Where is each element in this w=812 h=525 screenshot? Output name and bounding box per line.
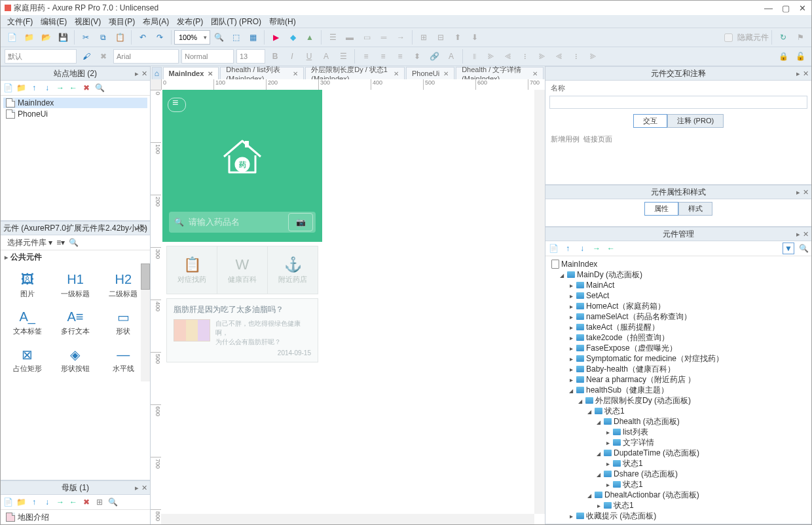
tree-toggle-icon[interactable] bbox=[568, 513, 574, 520]
panel-collapse-icon[interactable]: ▸ bbox=[796, 188, 800, 197]
widget-cell[interactable]: H1一级标题 bbox=[51, 266, 99, 303]
search-sitemap-icon[interactable]: 🔍 bbox=[95, 83, 104, 92]
tab-close-icon[interactable]: ✕ bbox=[394, 70, 399, 77]
outline-item[interactable]: 状态1 bbox=[549, 406, 807, 416]
outline-item[interactable]: nameSelAct（药品名称查询） bbox=[549, 311, 807, 322]
tree-toggle-icon[interactable] bbox=[586, 408, 593, 415]
master-right-icon[interactable]: → bbox=[56, 497, 65, 507]
panel-collapse-icon[interactable]: ▸ bbox=[135, 484, 139, 492]
outline-item[interactable]: list列表 bbox=[549, 427, 807, 437]
preview-icon[interactable]: ▶ bbox=[268, 30, 283, 45]
canvas-scrollbar-vertical[interactable] bbox=[534, 90, 545, 514]
panel-collapse-icon[interactable]: ▸ bbox=[135, 224, 139, 233]
interactions-body[interactable]: 新增用例 链接页面 bbox=[545, 130, 811, 184]
outline-item[interactable]: MainAct bbox=[549, 280, 807, 290]
mgr-filter-icon[interactable]: ▼ bbox=[783, 243, 794, 254]
tree-toggle-icon[interactable] bbox=[568, 366, 574, 373]
tab-close-icon[interactable]: ✕ bbox=[532, 70, 538, 77]
publish-icon[interactable]: ▲ bbox=[303, 30, 317, 45]
outline-item[interactable]: takeAct（服药提醒） bbox=[549, 322, 807, 332]
tree-toggle-icon[interactable] bbox=[595, 450, 602, 457]
minimize-button[interactable]: — bbox=[764, 3, 773, 13]
panel-close-icon[interactable]: ✕ bbox=[141, 69, 147, 78]
menu-item[interactable]: 帮助(H) bbox=[265, 15, 300, 29]
tree-toggle-icon[interactable] bbox=[595, 502, 602, 509]
phone-article-card[interactable]: 脂肪肝是因为吃了太多油脂吗？ 自己不胖，也吃得很绿色健康啊， 为什么会有脂肪肝呢… bbox=[166, 298, 318, 362]
widget-cell[interactable]: ⊠占位矩形 bbox=[3, 341, 51, 378]
undo-icon[interactable]: ↶ bbox=[136, 30, 150, 45]
tabstrip-home-icon[interactable]: ⌂ bbox=[152, 67, 162, 79]
tab-close-icon[interactable]: ✕ bbox=[208, 70, 213, 77]
maximize-button[interactable]: ▢ bbox=[782, 3, 790, 13]
outline-item[interactable]: 状态1 bbox=[549, 458, 807, 469]
phone-nav-slot[interactable]: W健康百科 bbox=[217, 246, 268, 294]
redo-icon[interactable]: ↷ bbox=[153, 30, 167, 45]
outline-root[interactable]: MainIndex bbox=[549, 259, 807, 269]
outline-item[interactable]: 外层限制长度Dy (动态面板) bbox=[549, 395, 807, 406]
master-usage-icon[interactable]: ⊞ bbox=[95, 497, 104, 507]
outline-item[interactable]: HomeAct（家庭药箱） bbox=[549, 301, 807, 311]
intersect-mode-icon[interactable]: ▦ bbox=[246, 30, 260, 45]
mgr-down-icon[interactable]: ↓ bbox=[577, 243, 587, 254]
masters-tree[interactable]: 地图介绍 bbox=[1, 510, 150, 524]
outline-item[interactable]: Near a pharmacy（附近药店 ） bbox=[549, 374, 807, 385]
master-left-icon[interactable]: ← bbox=[69, 497, 78, 507]
share-icon[interactable]: ◆ bbox=[286, 30, 300, 45]
tree-toggle-icon[interactable] bbox=[568, 303, 574, 310]
panel-collapse-icon[interactable]: ▸ bbox=[796, 69, 800, 78]
paste-icon[interactable]: 📋 bbox=[113, 30, 127, 45]
tree-toggle-icon[interactable] bbox=[568, 376, 574, 383]
tree-toggle-icon[interactable] bbox=[595, 418, 602, 425]
add-master-icon[interactable]: 📄 bbox=[3, 497, 12, 507]
tree-toggle-icon[interactable] bbox=[568, 345, 574, 352]
widgets-scrollbar[interactable] bbox=[141, 263, 150, 381]
hamburger-icon[interactable] bbox=[168, 98, 186, 112]
canvas-scrollbar-horizontal[interactable] bbox=[161, 514, 534, 524]
tab-notes[interactable]: 注释 (PRO) bbox=[667, 114, 724, 128]
tree-toggle-icon[interactable] bbox=[559, 271, 565, 279]
mgr-search-icon[interactable]: 🔍 bbox=[798, 243, 809, 254]
panel-close-icon[interactable]: ✕ bbox=[141, 484, 147, 492]
outline-item[interactable]: 文字详情 bbox=[549, 437, 807, 448]
mgr-left-icon[interactable]: ← bbox=[606, 243, 616, 254]
widget-category[interactable]: 公共元件 bbox=[1, 250, 150, 263]
add-folder-icon[interactable]: 📁 bbox=[16, 83, 26, 92]
delete-page-icon[interactable]: ✖ bbox=[82, 83, 91, 92]
widget-cell[interactable]: 🖼图片 bbox=[3, 266, 51, 303]
design-canvas[interactable]: 药 🔍 请输入药品名 📷 📋对症找药W健康百科⚓附近药店 脂肪肝是因为吃了太多油… bbox=[161, 90, 534, 514]
chevron-down-icon[interactable]: ▾ bbox=[204, 34, 207, 41]
new-folder-icon[interactable]: 📁 bbox=[22, 30, 36, 45]
outline-item[interactable]: healthSub（健康主题） bbox=[549, 385, 807, 395]
zoom-tool-icon[interactable]: 🔍 bbox=[212, 30, 226, 45]
outdent-icon[interactable]: → bbox=[56, 83, 65, 92]
font-combo[interactable]: Arial bbox=[113, 49, 179, 64]
tree-toggle-icon[interactable] bbox=[586, 492, 593, 499]
tree-toggle-icon[interactable] bbox=[604, 439, 611, 446]
tree-toggle-icon[interactable] bbox=[568, 324, 574, 331]
tree-toggle-icon[interactable] bbox=[568, 387, 574, 394]
outline-item[interactable]: DupdateTime (动态面板) bbox=[549, 448, 807, 458]
page-tab[interactable]: MainIndex✕ bbox=[163, 67, 219, 79]
widget-cell[interactable]: H2二级标题 bbox=[100, 266, 147, 303]
phone-searchbar[interactable]: 🔍 请输入药品名 📷 bbox=[169, 212, 316, 233]
menu-item[interactable]: 文件(F) bbox=[3, 15, 37, 29]
widget-cell[interactable]: ▭形状 bbox=[100, 303, 147, 340]
outline-item[interactable]: DhealtActionbar (动态面板) bbox=[549, 490, 807, 500]
font-size-combo[interactable]: 13 bbox=[236, 49, 265, 64]
page-tab[interactable]: Dhealth / list列表 (MainIndex)✕ bbox=[220, 67, 304, 79]
widget-cell[interactable]: A≡多行文本 bbox=[51, 303, 99, 340]
style-painter-icon[interactable]: 🖌 bbox=[79, 49, 94, 64]
page-tab[interactable]: 外层限制长度Dy / 状态1 (MainIndex)✕ bbox=[305, 67, 405, 79]
library-selector[interactable]: 选择元件库 ▾ bbox=[3, 237, 56, 248]
widget-cell[interactable]: A_文本标签 bbox=[3, 303, 51, 340]
page-tab[interactable]: PhoneUi✕ bbox=[406, 67, 454, 79]
tree-toggle-icon[interactable] bbox=[568, 292, 574, 300]
close-button[interactable]: ✕ bbox=[799, 3, 806, 13]
cut-icon[interactable]: ✂ bbox=[79, 30, 93, 45]
panel-close-icon[interactable]: ✕ bbox=[803, 69, 809, 78]
add-master-folder-icon[interactable]: 📁 bbox=[16, 497, 26, 507]
outline-item[interactable]: Symptomatic for medicine（对症找药） bbox=[549, 353, 807, 364]
widget-name-input[interactable] bbox=[549, 96, 807, 109]
menu-item[interactable]: 布局(A) bbox=[139, 15, 173, 29]
master-down-icon[interactable]: ↓ bbox=[43, 497, 52, 507]
